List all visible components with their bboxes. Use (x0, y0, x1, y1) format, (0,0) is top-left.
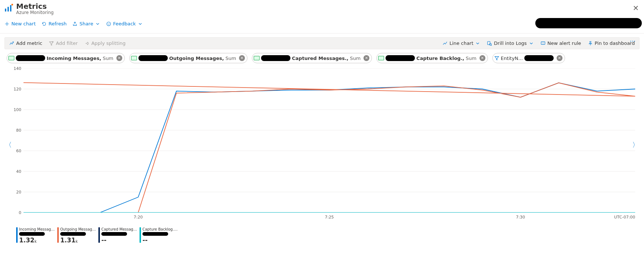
y-tick: 0 (7, 210, 21, 215)
y-tick: 80 (7, 128, 21, 133)
metrics-icon (4, 3, 14, 13)
add-metric-icon (9, 41, 14, 46)
legend-item[interactable]: Incoming Messages (Sum)1.32k (16, 227, 55, 244)
metric-pill[interactable]: Captured Messages., Sum✕ (252, 53, 372, 63)
redacted-resource (60, 232, 86, 236)
x-tick: 7:20 (134, 215, 143, 220)
redacted-resource (261, 55, 290, 61)
filter-icon (49, 41, 54, 46)
new-chart-label: New chart (11, 21, 36, 26)
metric-pill[interactable]: Incoming Messages, Sum✕ (7, 53, 125, 63)
timezone-label: UTC-07:00 (614, 215, 635, 220)
legend-title: Capture Backlog. (Sum) (142, 227, 178, 231)
alert-icon (540, 41, 546, 46)
chart-type-label: Line chart (449, 40, 473, 46)
remove-pill-button[interactable]: ✕ (363, 55, 369, 61)
drill-logs-label: Drill into Logs (494, 40, 527, 46)
redacted-resource (101, 232, 127, 236)
apply-splitting-button[interactable]: Apply splitting (83, 40, 127, 47)
pill-metric-label: Outgoing Messages, (169, 56, 224, 61)
x-tick: 7:30 (516, 215, 525, 220)
drill-logs-button[interactable]: Drill into Logs (485, 40, 535, 47)
redacted-resource (19, 232, 45, 236)
pill-aggregation: Sum (466, 56, 477, 61)
plus-icon (4, 21, 10, 26)
feedback-label: Feedback (113, 21, 136, 26)
chevron-down-icon (529, 41, 534, 46)
legend-item[interactable]: Outgoing Messages (Sum1.31k (57, 227, 96, 244)
filter-icon (494, 56, 499, 61)
page-title: Metrics (16, 2, 54, 10)
remove-pill-button[interactable]: ✕ (557, 55, 562, 61)
pill-metric-label: Capture Backlog., (416, 56, 464, 61)
legend-title: Captured Messages. (... (101, 227, 137, 231)
refresh-icon (41, 21, 47, 26)
chart-type-button[interactable]: Line chart (441, 40, 482, 47)
new-chart-button[interactable]: New chart (2, 19, 38, 28)
chevron-down-icon (475, 41, 480, 46)
share-button[interactable]: Share (70, 19, 102, 28)
y-tick: 60 (7, 149, 21, 153)
splitting-icon (84, 41, 90, 46)
remove-pill-button[interactable]: ✕ (480, 55, 485, 61)
plot-area[interactable]: 0204060801001201407:207:257:30UTC-07:00 (23, 68, 635, 213)
metric-pills: Incoming Messages, Sum✕Outgoing Messages… (0, 49, 644, 63)
add-metric-label: Add metric (16, 40, 42, 46)
refresh-button[interactable]: Refresh (39, 19, 69, 28)
share-label: Share (79, 21, 93, 26)
legend-color-bar (57, 227, 59, 243)
chevron-down-icon (138, 21, 143, 26)
y-tick: 40 (7, 169, 21, 174)
linechart-icon (442, 41, 448, 46)
chevron-down-icon (95, 21, 100, 26)
chart: 〈 〉 0204060801001201407:207:257:30UTC-07… (4, 64, 640, 226)
remove-pill-button[interactable]: ✕ (239, 55, 245, 61)
resource-icon (8, 56, 14, 60)
svg-rect-7 (488, 41, 490, 45)
pill-aggregation: Sum (103, 56, 113, 61)
toolbar: New chart Refresh Share Feedback (0, 16, 644, 33)
pill-aggregation: Sum (350, 56, 361, 61)
pin-dashboard-button[interactable]: Pin to dashboard (586, 40, 637, 47)
add-metric-button[interactable]: Add metric (8, 40, 44, 47)
resource-icon (254, 56, 260, 60)
legend: Incoming Messages (Sum)1.32kOutgoing Mes… (0, 226, 644, 244)
redacted-resource (142, 232, 168, 236)
pill-aggregation: Sum (225, 56, 236, 61)
svg-point-6 (109, 23, 109, 23)
header: Metrics Azure Monitoring (0, 0, 644, 16)
remove-pill-button[interactable]: ✕ (116, 55, 122, 61)
logs-icon (487, 41, 492, 46)
apply-splitting-label: Apply splitting (91, 40, 126, 46)
svg-rect-2 (10, 5, 12, 12)
y-tick: 120 (7, 87, 21, 92)
redacted-timerange (535, 18, 642, 28)
legend-title: Incoming Messages (Sum) (19, 227, 55, 231)
svg-point-4 (107, 22, 111, 26)
feedback-button[interactable]: Feedback (104, 19, 145, 28)
chart-command-bar: Add metric Add filter Apply splitting Li… (4, 37, 640, 49)
pill-metric-label: Incoming Messages, (47, 56, 101, 61)
legend-value: 1.31k (60, 236, 96, 244)
new-alert-button[interactable]: New alert rule (539, 40, 583, 47)
y-tick: 140 (7, 66, 21, 71)
legend-item[interactable]: Captured Messages. (...-- (98, 227, 137, 244)
resource-icon (378, 56, 384, 60)
smiley-icon (106, 21, 111, 26)
new-alert-label: New alert rule (547, 40, 581, 46)
svg-point-5 (108, 23, 108, 23)
filter-field: EntityN... (501, 56, 523, 61)
page-subtitle: Azure Monitoring (16, 10, 54, 15)
legend-item[interactable]: Capture Backlog. (Sum)-- (140, 227, 178, 244)
filter-pill[interactable]: EntityN...✕ (492, 53, 565, 63)
svg-rect-0 (5, 8, 7, 11)
add-filter-button[interactable]: Add filter (47, 40, 79, 47)
metric-pill[interactable]: Capture Backlog., Sum✕ (376, 53, 488, 63)
add-filter-label: Add filter (56, 40, 78, 46)
redacted-resource (386, 55, 415, 61)
legend-color-bar (140, 227, 141, 243)
close-button[interactable]: ✕ (633, 4, 639, 12)
metric-pill[interactable]: Outgoing Messages, Sum✕ (129, 53, 247, 63)
legend-value: -- (142, 236, 178, 244)
more-actions-button[interactable]: ⋯ (630, 38, 636, 45)
